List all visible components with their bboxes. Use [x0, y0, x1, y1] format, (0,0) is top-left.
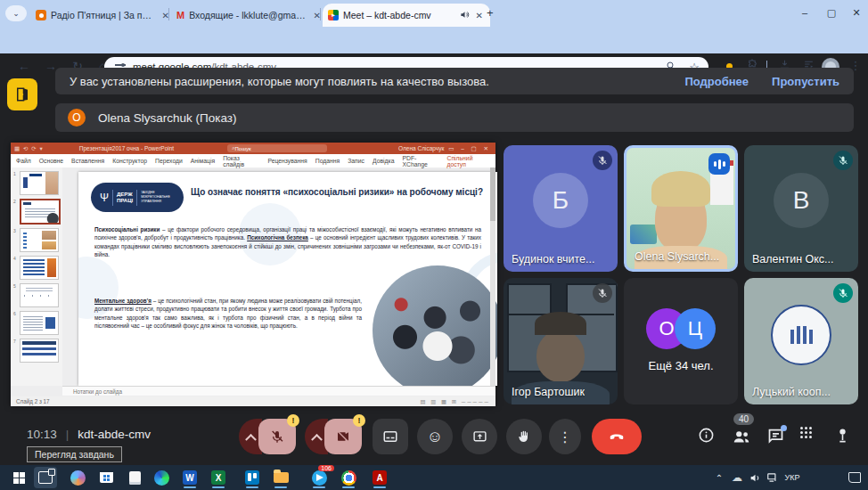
- start-button[interactable]: [7, 467, 30, 488]
- telegram-icon[interactable]: 106: [307, 467, 331, 488]
- trident-icon: Ψ: [100, 192, 109, 204]
- tab-close-icon[interactable]: ✕: [312, 11, 323, 20]
- ppt-tab-review[interactable]: Рецензування: [267, 158, 307, 164]
- ppt-slide-thumbnails[interactable]: [11, 167, 62, 386]
- meeting-details-icon[interactable]: [698, 427, 715, 444]
- window-maximize-button[interactable]: ▢: [820, 2, 843, 23]
- tab-radio[interactable]: Радіо П'ятниця | За перемогу! ✕: [30, 4, 176, 27]
- new-tab-button[interactable]: +: [487, 6, 494, 20]
- ppt-view-buttons[interactable]: ▤ ▥ ▦ ⊞ ─────: [421, 398, 490, 404]
- captions-button[interactable]: [373, 419, 408, 454]
- participants-icon[interactable]: [732, 427, 751, 446]
- tile-more-people[interactable]: О Ц Ещё 34 чел.: [624, 278, 738, 404]
- end-call-button[interactable]: [592, 419, 642, 454]
- microsoft-store-icon[interactable]: [94, 467, 118, 488]
- chat-icon[interactable]: [766, 427, 785, 445]
- ppt-user-name: Олена Слісарчук: [398, 145, 444, 151]
- ppt-tab-home[interactable]: Основне: [39, 158, 63, 164]
- ppt-tab-animations[interactable]: Анімація: [191, 158, 215, 164]
- person-face: [536, 331, 585, 382]
- mic-muted-icon: [833, 151, 853, 170]
- slide-thumb-7[interactable]: [20, 339, 59, 363]
- ppt-quick-access-icons[interactable]: ▦ ⟲ ⟳ ▾: [14, 145, 44, 152]
- tile-lutsk[interactable]: Луцький кооп...: [744, 278, 858, 404]
- tab-meet-active[interactable]: ▸ Meet – kdt-abde-cmv ✕: [323, 4, 490, 27]
- details-link[interactable]: Подробнее: [684, 75, 749, 88]
- slide-thumb-2-selected[interactable]: [20, 199, 59, 225]
- ppt-tab-slideshow[interactable]: Показ слайдів: [223, 155, 259, 167]
- tab-separator: [168, 8, 169, 20]
- slide-thumb-5[interactable]: [20, 283, 59, 307]
- copilot-icon[interactable]: [66, 467, 89, 488]
- ppt-title-bar: ▦ ⟲ ⟳ ▾ Презентація2017 очна - PowerPoin…: [11, 143, 495, 154]
- window-close-button[interactable]: ✕: [845, 2, 868, 23]
- slide-thumb-4[interactable]: [20, 256, 59, 280]
- slide-thumb-6[interactable]: [20, 311, 59, 335]
- file-explorer-icon[interactable]: [269, 467, 292, 488]
- window-minimize-button[interactable]: –: [793, 2, 816, 23]
- slide-thumb-1[interactable]: [20, 171, 59, 195]
- ppt-share-button[interactable]: Спільний доступ: [446, 155, 490, 167]
- camera-control-group[interactable]: !: [305, 419, 362, 454]
- acrobat-icon[interactable]: A: [368, 467, 391, 488]
- video-background-art: [630, 225, 657, 244]
- notes-app-icon[interactable]: [123, 467, 146, 488]
- ppt-tab-transitions[interactable]: Переходи: [155, 158, 183, 164]
- host-tools-mic-icon[interactable]: [834, 427, 851, 444]
- tab-search-button[interactable]: ⌄: [5, 5, 27, 21]
- action-center-icon[interactable]: [843, 467, 866, 488]
- ppt-tab-design[interactable]: Конструктор: [112, 158, 147, 164]
- ppt-window-title: Презентація2017 очна - PowerPoint: [79, 145, 174, 151]
- mic-mute-button[interactable]: !: [258, 419, 296, 454]
- ppt-tab-file[interactable]: Файл: [16, 158, 31, 164]
- ppt-tab-pdfxchange[interactable]: PDF-XChange: [402, 155, 438, 167]
- slide-thumb-3[interactable]: [20, 228, 59, 252]
- participant-name: Валентин Окс...: [752, 253, 834, 265]
- mic-control-group[interactable]: !: [239, 419, 296, 454]
- ppt-notes-bar[interactable]: Нотатки до слайда: [62, 386, 495, 396]
- back-button[interactable]: ←: [14, 59, 34, 73]
- speaking-indicator-icon: [708, 153, 730, 175]
- present-screen-button[interactable]: [462, 419, 497, 454]
- ppt-tab-help[interactable]: Довідка: [373, 158, 394, 164]
- tile-budynok[interactable]: Б Будинок вчите...: [504, 145, 618, 272]
- tab-gmail[interactable]: M Входящие - lkklute@gmail.com ✕: [171, 4, 328, 27]
- trello-icon[interactable]: [241, 467, 264, 488]
- camera-off-button[interactable]: !: [324, 419, 362, 454]
- skip-link[interactable]: Пропустить: [772, 75, 839, 88]
- participant-avatar: В: [774, 173, 829, 228]
- mic-warning-badge: !: [287, 414, 299, 427]
- ppt-tab-record[interactable]: Запис: [348, 158, 364, 164]
- ppt-tab-view[interactable]: Подання: [315, 158, 340, 164]
- browser-toolbar: ← → ↻ ⌂ meet.google.com /kdt-abde-cmv ☆: [0, 27, 868, 53]
- tab-audio-icon[interactable]: [460, 10, 470, 21]
- tile-ihor[interactable]: Ігор Бартошик: [504, 278, 618, 404]
- activities-grid-icon[interactable]: [800, 427, 814, 440]
- language-indicator[interactable]: УКР: [779, 467, 806, 488]
- more-options-button[interactable]: ⋮: [549, 419, 581, 454]
- chrome-icon[interactable]: [337, 467, 360, 488]
- tile-valentyn[interactable]: В Валентин Окс...: [744, 145, 858, 272]
- mic-muted-icon: [593, 151, 612, 170]
- meeting-info: 10:13 | kdt-abde-cmv: [27, 428, 151, 441]
- ppt-scrollbar[interactable]: [490, 167, 495, 386]
- excel-icon[interactable]: X: [207, 467, 230, 488]
- raise-hand-button[interactable]: [506, 419, 542, 454]
- extension-door-icon[interactable]: [7, 78, 37, 110]
- ppt-window-controls[interactable]: ▭ – ▢ ✕: [448, 145, 491, 152]
- ppt-tab-insert[interactable]: Вставлення: [71, 158, 104, 164]
- chat-notification-dot: [781, 425, 787, 431]
- windows-taskbar: W X 106 A ⌃ ☁ УКР 10:1329.04.2025: [0, 465, 868, 490]
- tab-close-icon[interactable]: ✕: [160, 11, 171, 20]
- tab-close-icon[interactable]: ✕: [474, 11, 485, 20]
- presenter-avatar: O: [68, 109, 86, 127]
- participant-name: Olena Slysarch...: [635, 250, 719, 263]
- ppt-search-box[interactable]: ⌕ Пошук: [227, 144, 327, 152]
- reactions-button[interactable]: ☺: [417, 419, 453, 454]
- tab-separator: [320, 8, 321, 20]
- task-view-button[interactable]: [34, 467, 57, 488]
- word-icon[interactable]: W: [178, 467, 201, 488]
- edge-icon[interactable]: [150, 467, 173, 488]
- tile-olena[interactable]: Olena Slysarch...: [624, 145, 738, 272]
- extension-warning-banner: У вас установлены расширения, которые мо…: [55, 68, 854, 94]
